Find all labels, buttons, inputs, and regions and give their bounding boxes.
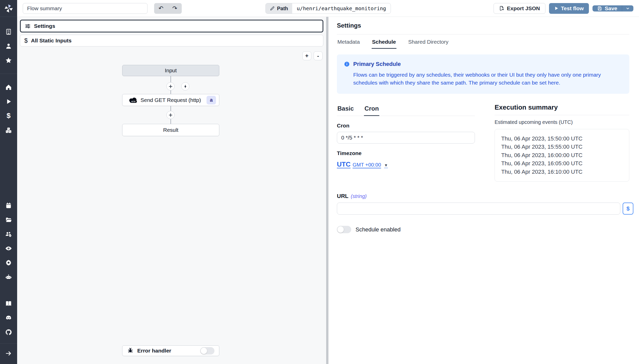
flow-node-result[interactable]: Result: [122, 124, 219, 136]
all-static-inputs-bar[interactable]: $ All Static Inputs: [20, 35, 323, 46]
sidebar: $: [0, 0, 17, 364]
windmill-logo[interactable]: [0, 0, 17, 17]
url-label: URL: [337, 193, 348, 199]
play-icon: [554, 6, 558, 10]
event-timestamp: Thu, 06 Apr 2023, 16:05:00 UTC: [501, 159, 626, 168]
flow-editor-pane: Settings $ All Static Inputs + - Input H…: [17, 17, 326, 364]
step-id-badge: a: [207, 96, 216, 104]
zoom-out-button[interactable]: -: [314, 51, 323, 60]
sidebar-item-user[interactable]: [0, 39, 17, 53]
sidebar-collapse-button[interactable]: [0, 346, 17, 360]
file-export-icon: [499, 6, 504, 11]
cron-input[interactable]: [337, 132, 475, 144]
sidebar-item-schedules[interactable]: [0, 198, 17, 213]
upcoming-events-box: Thu, 06 Apr 2023, 15:50:00 UTC Thu, 06 A…: [495, 129, 629, 182]
sidebar-item-variables[interactable]: $: [0, 109, 17, 123]
plus-icon: [168, 84, 173, 89]
sidebar-item-folders[interactable]: [0, 213, 17, 227]
zoom-in-button[interactable]: +: [302, 51, 311, 60]
url-input[interactable]: [337, 203, 620, 215]
timezone-select[interactable]: UTC GMT +00:00 ▼: [337, 160, 388, 168]
bug-icon: [127, 347, 134, 354]
home-icon: [5, 84, 12, 91]
building-icon: [5, 28, 12, 35]
lightning-icon: [183, 84, 188, 89]
users-gear-icon: [5, 231, 12, 238]
sidebar-item-github[interactable]: [0, 325, 17, 339]
schedule-enabled-toggle[interactable]: [337, 226, 351, 233]
export-json-button[interactable]: Export JSON: [494, 3, 545, 14]
http-node-label: Send GET Request (http): [141, 97, 201, 103]
flow-settings-bar[interactable]: Settings: [20, 20, 323, 32]
add-step-button[interactable]: [166, 82, 175, 90]
sidebar-item-settings[interactable]: [0, 255, 17, 270]
sidebar-item-workers[interactable]: [0, 270, 17, 284]
event-timestamp: Thu, 06 Apr 2023, 15:55:00 UTC: [501, 143, 626, 151]
error-handler-toggle[interactable]: [200, 347, 214, 355]
primary-schedule-info-box: Primary Schedule Flows can be triggered …: [337, 54, 629, 94]
sidebar-item-home[interactable]: [0, 80, 17, 94]
path-chip-label: Path: [266, 3, 292, 14]
plus-icon: [168, 113, 173, 117]
tab-metadata[interactable]: Metadata: [337, 35, 360, 49]
sidebar-item-favorites[interactable]: [0, 53, 17, 67]
tab-schedule[interactable]: Schedule: [372, 35, 396, 49]
event-timestamp: Thu, 06 Apr 2023, 16:10:00 UTC: [501, 168, 626, 176]
sidebar-item-resources[interactable]: [0, 123, 17, 137]
http-cloud-icon: HTTP: [128, 97, 139, 103]
undo-button[interactable]: ↶: [154, 3, 168, 14]
sidebar-item-docs[interactable]: [0, 296, 17, 311]
add-step-button[interactable]: [166, 111, 175, 119]
sidebar-item-groups[interactable]: [0, 227, 17, 241]
settings-title: Settings: [337, 22, 629, 34]
path-chip[interactable]: Path u/henri/earthquake_monitoring: [265, 3, 391, 14]
toggle-knob: [337, 226, 344, 233]
pane-splitter[interactable]: [326, 17, 328, 364]
tab-basic[interactable]: Basic: [337, 103, 354, 116]
play-icon: [5, 98, 12, 105]
test-flow-button[interactable]: Test flow: [549, 3, 589, 14]
insert-variable-button[interactable]: $: [623, 203, 633, 215]
sidebar-item-discord[interactable]: [0, 311, 17, 325]
error-handler-label: Error handler: [137, 348, 171, 354]
timezone-offset: GMT +00:00: [352, 162, 381, 168]
input-node-label: Input: [165, 67, 177, 74]
pencil-icon: [270, 6, 275, 11]
discord-icon: [5, 314, 12, 321]
chevron-down-icon: [625, 6, 630, 11]
save-button[interactable]: Save: [592, 5, 622, 11]
star-icon: [5, 57, 12, 64]
gear-icon: [5, 259, 12, 266]
save-split-button: Save: [592, 5, 633, 11]
sidebar-item-runs[interactable]: [0, 94, 17, 109]
redo-button[interactable]: ↷: [168, 3, 182, 14]
book-icon: [5, 300, 12, 307]
cubes-icon: [5, 127, 12, 134]
sidebar-item-audit-logs[interactable]: [0, 241, 17, 255]
sidebar-divider: [0, 343, 17, 344]
save-label: Save: [605, 5, 617, 11]
tab-cron[interactable]: Cron: [364, 103, 379, 116]
tab-shared-directory[interactable]: Shared Directory: [408, 35, 449, 49]
timezone-name: UTC: [337, 160, 350, 168]
flow-node-input[interactable]: Input: [122, 65, 219, 76]
add-trigger-button[interactable]: [181, 82, 189, 90]
dollar-icon: $: [24, 37, 28, 44]
undo-redo-group: ↶ ↷: [154, 3, 182, 14]
path-value: u/henri/earthquake_monitoring: [292, 3, 391, 14]
flow-summary-input[interactable]: [23, 3, 147, 14]
export-json-label: Export JSON: [507, 5, 540, 11]
topbar: ↶ ↷ Path u/henri/earthquake_monitoring E…: [17, 0, 639, 17]
settings-tabs: Metadata Schedule Shared Directory: [337, 35, 629, 49]
info-icon: [344, 61, 350, 67]
flow-node-error-handler[interactable]: Error handler: [122, 345, 219, 356]
svg-text:HTTP: HTTP: [131, 101, 135, 102]
save-icon: [597, 6, 602, 11]
flow-node-http[interactable]: HTTP Send GET Request (http) a: [122, 94, 219, 106]
toggle-knob: [201, 348, 207, 354]
path-label: Path: [277, 6, 288, 11]
result-node-label: Result: [163, 127, 178, 133]
info-body: Flows can be triggered by any schedules,…: [353, 71, 622, 87]
save-dropdown-button[interactable]: [622, 5, 633, 11]
sidebar-item-workspace[interactable]: [0, 25, 17, 39]
